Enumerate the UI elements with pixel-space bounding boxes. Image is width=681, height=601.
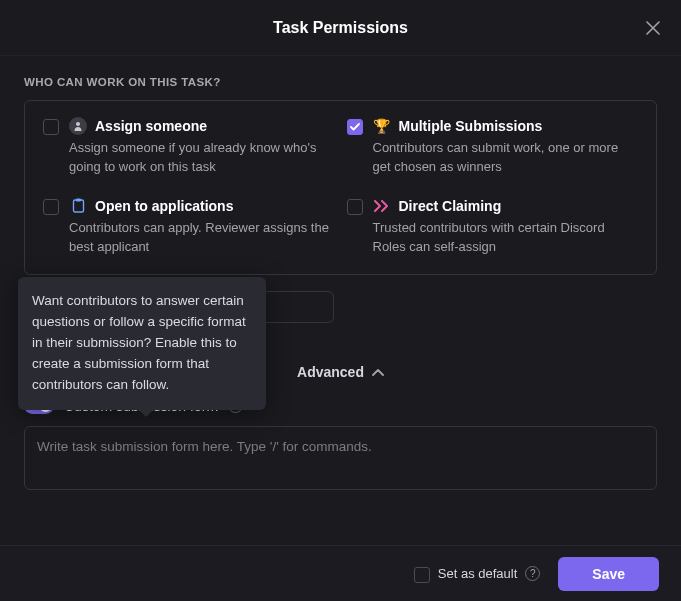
perm-multiple-submissions: 🏆 Multiple Submissions Contributors can …: [347, 117, 639, 177]
close-icon: [646, 21, 660, 35]
submission-form-input[interactable]: Write task submission form here. Type '/…: [24, 426, 657, 490]
section-label: WHO CAN WORK ON THIS TASK?: [24, 76, 657, 88]
double-chevron-icon: [373, 197, 391, 215]
close-button[interactable]: [641, 16, 665, 40]
tooltip: Want contributors to answer certain ques…: [18, 277, 266, 410]
modal-header: Task Permissions: [0, 0, 681, 56]
tooltip-text: Want contributors to answer certain ques…: [32, 293, 246, 392]
perm-open-checkbox[interactable]: [43, 199, 59, 215]
svg-point-0: [76, 122, 80, 126]
trophy-icon: 🏆: [373, 117, 391, 135]
perm-multiple-checkbox[interactable]: [347, 119, 363, 135]
permissions-box: Assign someone Assign someone if you alr…: [24, 100, 657, 275]
perm-multiple-desc: Contributors can submit work, one or mor…: [373, 139, 639, 177]
perm-multiple-title: Multiple Submissions: [399, 118, 543, 134]
perm-assign-checkbox[interactable]: [43, 119, 59, 135]
help-icon[interactable]: ?: [525, 566, 540, 581]
perm-direct-desc: Trusted contributors with certain Discor…: [373, 219, 639, 257]
chevron-up-icon: [372, 363, 384, 381]
set-default-label: Set as default: [438, 566, 518, 581]
submission-form-placeholder: Write task submission form here. Type '/…: [37, 439, 372, 454]
modal-title: Task Permissions: [273, 19, 408, 37]
perm-open-title: Open to applications: [95, 198, 233, 214]
modal-content: WHO CAN WORK ON THIS TASK? Assign someon…: [0, 56, 681, 490]
perm-direct-checkbox[interactable]: [347, 199, 363, 215]
perm-direct-claiming: Direct Claiming Trusted contributors wit…: [347, 197, 639, 257]
perm-open-applications: Open to applications Contributors can ap…: [43, 197, 335, 257]
perm-open-desc: Contributors can apply. Reviewer assigns…: [69, 219, 335, 257]
perm-assign-someone: Assign someone Assign someone if you alr…: [43, 117, 335, 177]
clipboard-icon: [69, 197, 87, 215]
svg-rect-1: [73, 200, 83, 212]
set-default-checkbox[interactable]: [414, 567, 430, 583]
person-icon: [69, 117, 87, 135]
perm-direct-title: Direct Claiming: [399, 198, 502, 214]
set-default-group: Set as default ?: [414, 565, 541, 583]
perm-assign-desc: Assign someone if you already know who's…: [69, 139, 335, 177]
advanced-label: Advanced: [297, 364, 364, 380]
perm-assign-title: Assign someone: [95, 118, 207, 134]
save-button[interactable]: Save: [558, 557, 659, 591]
modal-footer: Set as default ? Save: [0, 545, 681, 601]
svg-rect-2: [76, 199, 81, 202]
